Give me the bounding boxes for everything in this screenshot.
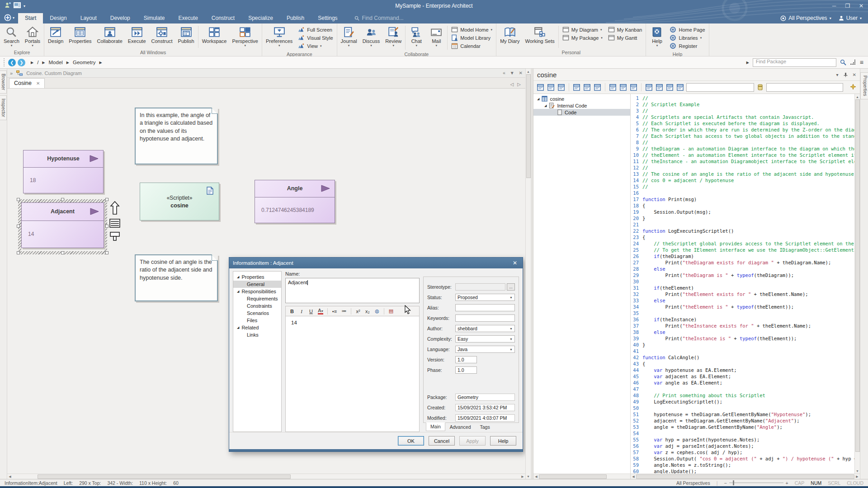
scroll-down-icon[interactable]: ▼ — [526, 474, 531, 479]
ribbon-button-execute[interactable]: Execute — [125, 24, 149, 49]
name-input[interactable]: Adjacent — [285, 278, 420, 303]
run-icon[interactable] — [572, 83, 581, 92]
input-alias[interactable] — [455, 304, 515, 311]
dialog-tree-item-properties[interactable]: ◢Properties — [233, 273, 281, 281]
zoom-slider[interactable]: −+ — [724, 480, 788, 486]
inspector-side-tab[interactable]: Inspector — [0, 95, 7, 120]
code-line[interactable]: 48 // Print something about this Scriptl… — [631, 392, 854, 399]
scroll-tabs-right-icon[interactable]: ▷ — [517, 82, 521, 87]
resize-handle[interactable] — [17, 251, 20, 254]
expand-arrow-icon[interactable]: ▶ — [746, 61, 749, 65]
ribbon-tab-execute[interactable]: Execute — [171, 13, 204, 23]
code-line[interactable]: 44 var hypotenuse as EA.Element; — [631, 367, 854, 373]
ribbon-button-home-page[interactable]: Home Page — [670, 26, 705, 33]
ribbon-tab-start[interactable]: Start — [18, 13, 43, 23]
scrollbar-thumb[interactable] — [38, 474, 291, 479]
ok-button[interactable]: OK — [398, 436, 424, 446]
superscript-button[interactable]: x² — [355, 309, 361, 314]
code-line[interactable]: 45 var adjacent as EA.Element; — [631, 373, 854, 380]
code-line[interactable]: 38 else — [631, 329, 854, 335]
breadcrumb-arrow-icon[interactable]: ▶ — [66, 61, 69, 65]
scroll-down-icon[interactable]: ▼ — [855, 468, 860, 474]
code-line[interactable]: 28 else — [631, 266, 854, 272]
code-line[interactable]: 10// theElement - an automation Element … — [631, 152, 854, 158]
script-search-input[interactable] — [686, 83, 754, 92]
list-icon[interactable] — [109, 219, 120, 228]
code-line[interactable]: 60 angle.Update(); — [631, 468, 854, 474]
scrollbar-thumb[interactable] — [636, 474, 854, 479]
code-line[interactable]: 18{ — [631, 202, 854, 209]
layout-icon[interactable] — [14, 2, 21, 10]
list-icon[interactable] — [547, 83, 555, 92]
code-line[interactable]: 4// Scriptlets are special Artifacts tha… — [631, 114, 854, 120]
dialog-close-icon[interactable]: ✕ — [511, 260, 519, 266]
ribbon-tab-publish[interactable]: Publish — [280, 13, 311, 23]
chevrons-icon[interactable]: » — [10, 70, 13, 76]
preview-icon[interactable] — [665, 83, 674, 92]
diagram-canvas[interactable]: In this example, the angle of a triangle… — [7, 89, 525, 474]
resize-handle[interactable] — [17, 225, 20, 228]
ribbon-button-calendar[interactable]: Calendar — [451, 42, 492, 49]
code-line[interactable]: 31 if(theElement) — [631, 285, 854, 291]
code-line[interactable]: 2// Scriptlet Example — [631, 101, 854, 108]
browse-button[interactable]: ... — [507, 283, 515, 291]
package-browser-icon[interactable] — [850, 59, 856, 66]
ribbon-button-properties[interactable]: Properties — [66, 24, 94, 49]
scroll-up-icon[interactable]: ▲ — [855, 94, 860, 99]
find-in-files-icon[interactable] — [619, 83, 627, 92]
code-line[interactable]: 41 — [631, 348, 854, 354]
code-line[interactable]: 22function LogExecutingScriptlet() — [631, 228, 854, 234]
ribbon-button-libraries[interactable]: Libraries▾ — [670, 34, 705, 41]
scrollbar-thumb[interactable] — [526, 74, 531, 178]
resize-handle[interactable] — [61, 198, 64, 201]
import-icon[interactable] — [593, 83, 602, 92]
dialog-tree-item-links[interactable]: Links — [233, 331, 281, 338]
code-line[interactable]: 26 if(theDiagram) — [631, 253, 854, 259]
code-line[interactable]: 32 Print("theElement exists for " + theE… — [631, 291, 854, 297]
code-line[interactable]: 50 — [631, 405, 854, 411]
ribbon-tab-simulate[interactable]: Simulate — [137, 13, 172, 23]
script-tree-item-cosine[interactable]: ◢cosine — [533, 95, 630, 102]
pin-down-icon[interactable]: ▼ — [510, 70, 514, 75]
close-button[interactable]: ✕ — [854, 1, 868, 11]
find-icon[interactable] — [609, 83, 617, 92]
ribbon-button-my-diagram[interactable]: My Diagram▾ — [562, 26, 603, 33]
code-editor[interactable]: 1//2// Scriptlet Example3//4// Scriptlet… — [631, 94, 854, 474]
code-line[interactable]: 21 — [631, 221, 854, 228]
scrollbar-thumb[interactable] — [539, 474, 607, 479]
dialog-tab-advanced[interactable]: Advanced — [445, 423, 476, 431]
code-line[interactable]: 17function Print(msg) — [631, 196, 854, 202]
search-results-icon[interactable] — [629, 83, 638, 92]
dialog-tab-main[interactable]: Main — [426, 422, 445, 431]
ribbon-tab-develop[interactable]: Develop — [104, 13, 137, 23]
assist-icon[interactable] — [849, 83, 857, 92]
pin-icon[interactable] — [843, 72, 848, 77]
ribbon-button-model-library[interactable]: Model Library — [451, 34, 492, 41]
note-element[interactable]: The cosine of an angle is the ratio of t… — [135, 254, 218, 301]
browser-side-tab[interactable]: Browser — [0, 70, 7, 94]
code-line[interactable]: 5// Each Scriptlet is executed before th… — [631, 120, 854, 127]
panel-dropdown-icon[interactable]: ▾ — [836, 72, 839, 77]
ribbon-button-portals[interactable]: Portals▾ — [22, 24, 43, 49]
code-line[interactable]: 47 — [631, 386, 854, 392]
ribbon-button-workspace[interactable]: Workspace — [199, 24, 230, 49]
navigate-back-button[interactable]: ❮ — [8, 59, 16, 66]
navigate-forward-button[interactable]: ❯ — [18, 59, 25, 66]
notes-input[interactable]: 14 — [285, 316, 420, 432]
code-line[interactable]: 27 Print("theDiagram exists for diagram … — [631, 259, 854, 266]
palette-icon[interactable] — [676, 83, 684, 92]
scroll-right-icon[interactable]: ▶ — [520, 474, 525, 479]
dialog-tree-item-constraints[interactable]: Constraints — [233, 302, 281, 310]
subscript-button[interactable]: x₂ — [365, 309, 370, 314]
help-button[interactable]: Help — [490, 436, 516, 446]
combo-complexity[interactable]: Easy▼ — [455, 335, 515, 343]
find-package-input[interactable]: Find Package — [753, 58, 836, 67]
ribbon-button-working-sets[interactable]: Working Sets — [523, 24, 557, 49]
resize-handle[interactable] — [105, 198, 108, 201]
ribbon-button-view[interactable]: View▾ — [298, 42, 333, 49]
code-line[interactable]: 59 angle.Notes = z.toString(); — [631, 462, 854, 468]
code-line[interactable]: 53 angle = theDiagram.GetElementByName("… — [631, 424, 854, 430]
panel-close-icon[interactable]: ✕ — [853, 72, 856, 77]
stereotype-input[interactable] — [455, 283, 505, 291]
options-icon[interactable] — [557, 83, 566, 92]
